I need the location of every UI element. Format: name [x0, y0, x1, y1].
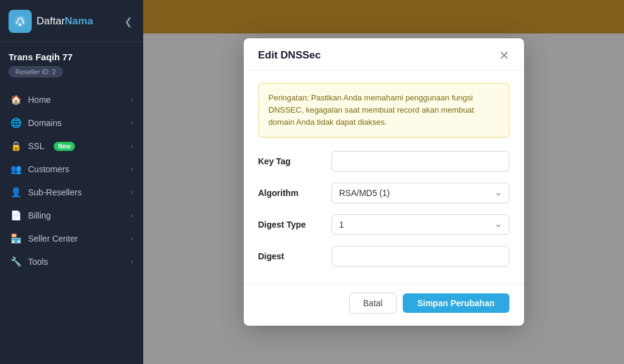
digest-type-label: Digest Type [258, 220, 332, 229]
svg-point-1 [19, 23, 21, 26]
sidebar-collapse-button[interactable]: ❮ [122, 13, 135, 30]
key-tag-input[interactable] [332, 151, 509, 172]
sidebar-item-customers[interactable]: 👥 Customers › [0, 158, 143, 181]
sidebar-item-tools[interactable]: 🔧 Tools › [0, 250, 143, 273]
modal-header: Edit DNSSec ✕ [244, 38, 524, 71]
user-section: Trans Faqih 77 Reseller ID: 2 [0, 42, 143, 83]
edit-dnssec-modal: Edit DNSSec ✕ Peringatan: Pastikan Anda … [244, 38, 524, 326]
sidebar-item-sub-resellers[interactable]: 👤 Sub-Resellers › [0, 181, 143, 204]
sidebar-item-home[interactable]: 🏠 Home › [0, 88, 143, 111]
digest-label: Digest [258, 251, 332, 261]
ssl-new-badge: New [54, 142, 75, 151]
domains-icon: 🌐 [10, 117, 22, 128]
sidebar-item-label: Seller Center [28, 234, 78, 243]
user-name: Trans Faqih 77 [9, 52, 135, 62]
sidebar-item-label: Home [28, 95, 51, 105]
modal-body: Peringatan: Pastikan Anda memahami pengg… [244, 71, 524, 284]
digest-group: Digest [258, 246, 509, 267]
digest-type-select-wrapper: 1 2 3 4 [332, 214, 509, 235]
logo-icon [9, 10, 32, 33]
sidebar-item-seller-center[interactable]: 🏪 Seller Center › [0, 227, 143, 250]
digest-input[interactable] [332, 246, 509, 267]
algorithm-select-wrapper: RSA/MD5 (1) DH (2) DSA/SHA1 (3) RSA/SHA-… [332, 183, 509, 203]
customers-icon: 👥 [10, 164, 22, 175]
chevron-right-icon: › [131, 211, 133, 220]
sidebar-item-label: SSL [28, 141, 44, 151]
digest-type-select[interactable]: 1 2 3 4 [332, 214, 509, 235]
chevron-right-icon: › [131, 257, 133, 266]
chevron-right-icon: › [131, 142, 133, 150]
reseller-badge: Reseller ID: 2 [9, 66, 63, 77]
cancel-button[interactable]: Batal [349, 293, 397, 313]
digest-type-group: Digest Type 1 2 3 4 [258, 214, 509, 235]
modal-footer: Batal Simpan Perubahan [244, 284, 524, 326]
algorithm-label: Algorithm [258, 188, 332, 198]
chevron-right-icon: › [131, 188, 133, 197]
ssl-icon: 🔒 [10, 141, 22, 152]
modal-title: Edit DNSSec [258, 49, 321, 61]
sidebar-item-label: Customers [28, 164, 69, 174]
sub-resellers-icon: 👤 [10, 187, 22, 198]
sidebar-item-ssl[interactable]: 🔒 SSL New › [0, 135, 143, 158]
home-icon: 🏠 [10, 94, 22, 105]
algorithm-group: Algorithm RSA/MD5 (1) DH (2) DSA/SHA1 (3… [258, 183, 509, 203]
tools-icon: 🔧 [10, 256, 22, 267]
billing-icon: 📄 [10, 210, 22, 221]
warning-box: Peringatan: Pastikan Anda memahami pengg… [258, 83, 509, 138]
sidebar-nav: 🏠 Home › 🌐 Domains › 🔒 SSL New › 👥 Custo… [0, 83, 143, 364]
chevron-right-icon: › [131, 234, 133, 243]
sidebar: DaftarNama ❮ Trans Faqih 77 Reseller ID:… [0, 0, 143, 364]
sidebar-item-label: Tools [28, 257, 48, 267]
sidebar-item-label: Sub-Resellers [28, 187, 82, 197]
chevron-right-icon: › [131, 119, 133, 127]
sidebar-item-domains[interactable]: 🌐 Domains › [0, 111, 143, 135]
key-tag-group: Key Tag [258, 151, 509, 172]
sidebar-item-label: Domains [28, 118, 62, 128]
key-tag-label: Key Tag [258, 156, 332, 166]
logo-text: DaftarNama [37, 15, 93, 27]
sidebar-item-label: Billing [28, 211, 51, 220]
sidebar-header: DaftarNama ❮ [0, 0, 143, 42]
seller-center-icon: 🏪 [10, 233, 22, 244]
save-button[interactable]: Simpan Perubahan [403, 293, 509, 313]
logo-area: DaftarNama [9, 10, 93, 33]
chevron-right-icon: › [131, 165, 133, 173]
modal-overlay[interactable]: Edit DNSSec ✕ Peringatan: Pastikan Anda … [143, 0, 624, 364]
modal-close-button[interactable]: ✕ [499, 49, 509, 61]
warning-text: Peringatan: Pastikan Anda memahami pengg… [269, 92, 499, 128]
sidebar-item-billing[interactable]: 📄 Billing › [0, 204, 143, 227]
chevron-right-icon: › [131, 96, 133, 104]
main-content: Edit DNSSec ✕ Peringatan: Pastikan Anda … [143, 0, 624, 364]
algorithm-select[interactable]: RSA/MD5 (1) DH (2) DSA/SHA1 (3) RSA/SHA-… [332, 183, 509, 203]
